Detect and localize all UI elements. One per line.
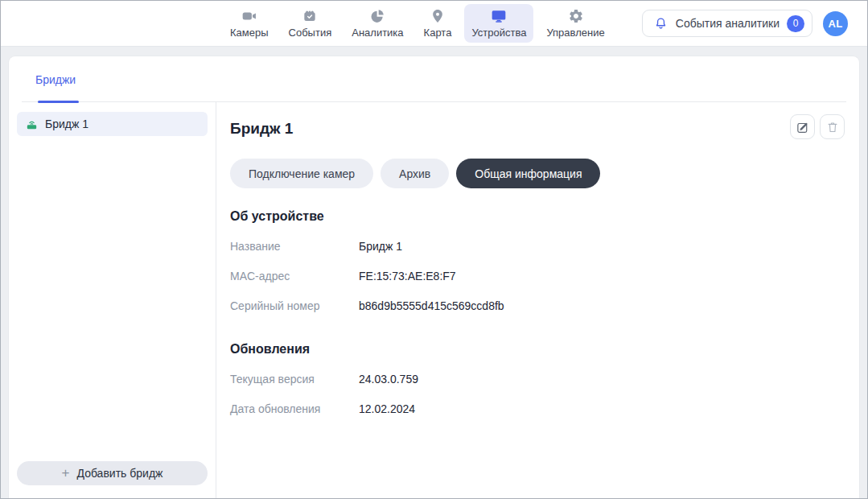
- gear-icon: [568, 8, 584, 24]
- nav-label: Камеры: [230, 27, 269, 39]
- nav-label: Аналитика: [352, 27, 403, 39]
- row-label: MAC-адрес: [230, 270, 359, 283]
- section-heading-device: Об устройстве: [230, 209, 845, 224]
- nav-item-devices[interactable]: Устройства: [464, 4, 533, 43]
- bridge-details-panel: Бридж 1: [216, 102, 859, 498]
- nav-item-cameras[interactable]: Камеры: [223, 4, 276, 43]
- info-row-version: Текущая версия 24.03.0.759: [230, 373, 845, 386]
- delete-button[interactable]: [820, 114, 845, 139]
- trash-icon: [825, 120, 840, 134]
- camera-icon: [241, 8, 257, 24]
- bridge-item-label: Бридж 1: [45, 118, 88, 130]
- events-icon: [302, 8, 318, 24]
- nav-label: События: [289, 27, 332, 39]
- info-row-serial: Серийный номер b86d9b5555d415c569ccd8fb: [230, 299, 845, 313]
- page-content: Бриджи Бридж 1: [1, 47, 867, 498]
- topbar-right: События аналитики 0 AL: [642, 1, 848, 46]
- sidebar-item-bridge-1[interactable]: Бридж 1: [17, 112, 208, 136]
- add-bridge-label: Добавить бридж: [77, 467, 163, 480]
- nav-item-analytics[interactable]: Аналитика: [344, 4, 410, 43]
- section-heading-updates: Обновления: [230, 342, 845, 357]
- nav-label: Управление: [546, 27, 604, 39]
- chip-camera-connection[interactable]: Подключение камер: [230, 159, 373, 188]
- tab-bridges[interactable]: Бриджи: [35, 73, 76, 86]
- row-value: 24.03.0.759: [359, 373, 418, 386]
- nav-label: Устройства: [471, 27, 526, 39]
- plus-icon: +: [62, 466, 70, 480]
- chip-archive[interactable]: Архив: [381, 159, 449, 188]
- row-value: FE:15:73:AE:E8:F7: [359, 270, 456, 283]
- info-row-name: Название Бридж 1: [230, 240, 845, 254]
- top-nav-bar: Камеры События: [1, 1, 867, 47]
- map-pin-icon: [430, 8, 446, 24]
- edit-pencil-icon: [796, 120, 810, 134]
- card-tab-bar: Бриджи: [22, 56, 846, 102]
- avatar[interactable]: AL: [823, 11, 848, 36]
- bell-icon: [653, 16, 668, 31]
- info-row-update-date: Дата обновления 12.02.2024: [230, 402, 845, 416]
- row-value: 12.02.2024: [359, 402, 415, 416]
- analytics-events-button[interactable]: События аналитики 0: [642, 10, 812, 37]
- devices-card: Бриджи Бридж 1: [9, 56, 859, 498]
- main-nav: Камеры События: [223, 1, 612, 46]
- detail-tabs: Подключение камер Архив Общая информация: [230, 159, 845, 188]
- chip-general-info[interactable]: Общая информация: [456, 159, 600, 188]
- events-count-badge: 0: [787, 15, 804, 32]
- bridge-icon: [25, 118, 39, 131]
- row-value: Бридж 1: [359, 240, 402, 254]
- info-row-mac: MAC-адрес FE:15:73:AE:E8:F7: [230, 270, 845, 283]
- nav-item-map[interactable]: Карта: [417, 4, 459, 43]
- bridge-list-sidebar: Бридж 1 + Добавить бридж: [9, 102, 216, 498]
- row-label: Текущая версия: [230, 373, 359, 386]
- row-label: Дата обновления: [230, 402, 359, 416]
- row-label: Название: [230, 240, 359, 254]
- add-bridge-button[interactable]: + Добавить бридж: [17, 461, 208, 485]
- nav-item-management[interactable]: Управление: [539, 4, 611, 43]
- nav-item-events[interactable]: События: [282, 4, 339, 43]
- analytics-events-label: События аналитики: [676, 17, 780, 30]
- app-window: Камеры События: [0, 0, 868, 499]
- devices-icon: [491, 8, 507, 24]
- page-title: Бридж 1: [230, 120, 293, 138]
- nav-label: Карта: [424, 27, 452, 39]
- analytics-icon: [369, 8, 385, 24]
- header-actions: [790, 114, 845, 139]
- row-value: b86d9b5555d415c569ccd8fb: [359, 299, 504, 313]
- row-label: Серийный номер: [230, 299, 359, 313]
- edit-button[interactable]: [790, 114, 815, 139]
